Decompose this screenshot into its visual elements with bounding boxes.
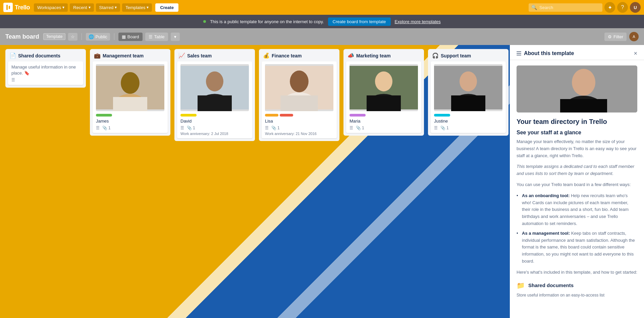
- paperclip-icon-l: 📎: [271, 126, 276, 130]
- workspaces-label: Workspaces: [37, 5, 61, 10]
- more-views-button[interactable]: ▾: [171, 33, 180, 41]
- card-image-david: [180, 64, 249, 111]
- card-name-justine: Justine: [434, 119, 502, 124]
- svg-point-17: [460, 72, 477, 91]
- lines-icon-j: ☰: [434, 126, 438, 130]
- list-header-marketing: 📣 Marketing team: [343, 49, 424, 61]
- list-marketing-team: 📣 Marketing team: [343, 49, 424, 136]
- lisa-attach: 📎 1: [271, 126, 280, 130]
- david-desc-icon: ☰: [180, 126, 184, 130]
- folder-icon: 📁: [517, 281, 525, 289]
- starred-label: Starred: [99, 5, 114, 10]
- lines-icon-d: ☰: [180, 126, 184, 130]
- table-view-label: Table: [154, 34, 165, 39]
- svg-rect-15: [367, 95, 401, 111]
- list-title-finance: Finance team: [272, 53, 302, 58]
- list-management-team: 💼 Management team: [90, 49, 170, 136]
- list-header-support: 🎧 Support team: [428, 49, 508, 61]
- panel-template-item: 📁 Shared documents: [517, 281, 637, 289]
- star-button[interactable]: ☆: [68, 33, 77, 41]
- management-bold: As a management tool:: [522, 231, 570, 236]
- panel-description: Manage your team effectively, no matter …: [517, 138, 637, 159]
- card-labels-james: [96, 114, 164, 117]
- panel-title: About this template: [524, 50, 574, 56]
- visibility-icon: 🌐: [89, 34, 94, 39]
- filter-label: Filter: [613, 34, 623, 39]
- recent-chevron: ▾: [89, 5, 91, 10]
- board-title: Team board: [5, 33, 39, 40]
- board-body: 📄 Shared documents Manage useful informa…: [0, 45, 644, 318]
- help-icon: ?: [621, 4, 624, 10]
- card-lines-icon: ☰: [11, 78, 15, 82]
- finance-icon: 💰: [263, 52, 270, 59]
- help-button[interactable]: ?: [617, 2, 628, 13]
- list-cards-management: James ☰ 📎 1: [90, 61, 170, 136]
- banner-create-button[interactable]: Create board from template: [328, 17, 391, 26]
- lines-icon: ☰: [96, 126, 100, 130]
- card-shared-manage[interactable]: Manage useful information in one place. …: [8, 61, 83, 85]
- person-photo-james: [96, 64, 164, 111]
- starred-chevron: ▾: [115, 5, 117, 10]
- list-cards-marketing: Maria ☰ 📎 1: [343, 61, 424, 136]
- marketing-icon: 📣: [347, 52, 354, 59]
- logo-bar-left: [6, 5, 8, 10]
- card-maria[interactable]: Maria ☰ 📎 1: [346, 61, 421, 133]
- board-view-label: Board: [127, 34, 139, 39]
- list-title-shared: Shared documents: [18, 53, 60, 58]
- nav-logo[interactable]: Trello: [3, 3, 30, 12]
- user-avatar[interactable]: U: [630, 2, 641, 13]
- list-header-finance: 💰 Finance team: [259, 49, 339, 61]
- lines-icon-l: ☰: [265, 126, 269, 130]
- list-title-sales: Sales team: [187, 53, 212, 58]
- list-support-team: 🎧 Support team: [428, 49, 508, 136]
- list-shared-documents: 📄 Shared documents Manage useful informa…: [5, 49, 86, 88]
- trello-logo-icon: [3, 3, 13, 12]
- search-wrap: 🔍: [529, 3, 602, 12]
- card-name-david: David: [180, 119, 249, 124]
- board-member-avatar[interactable]: A: [629, 32, 639, 41]
- list-header-sales: 📈 Sales team: [174, 49, 255, 61]
- create-button[interactable]: Create: [155, 3, 178, 12]
- star-icon: ☆: [71, 34, 75, 39]
- search-input[interactable]: [529, 3, 602, 12]
- workspaces-button[interactable]: Workspaces ▾: [34, 3, 68, 12]
- panel-bullet-onboarding: As an onboarding tool: Help new recruits…: [517, 192, 637, 227]
- card-labels-david: [180, 114, 249, 117]
- panel-body-intro: You can use your Trello team board in a …: [517, 181, 637, 188]
- top-nav: Trello Workspaces ▾ Recent ▾ Starred ▾ T…: [0, 0, 644, 15]
- templates-label: Templates: [125, 5, 145, 10]
- logo-bar-right: [9, 6, 10, 9]
- label-red: [280, 114, 293, 117]
- label-green: [96, 114, 112, 117]
- starred-button[interactable]: Starred ▾: [96, 3, 120, 12]
- panel-header: About this template ×: [510, 45, 644, 60]
- info-button[interactable]: ✦: [604, 2, 615, 13]
- hamburger-icon: [517, 51, 521, 55]
- management-icon: 💼: [94, 52, 101, 59]
- list-title-management: Management team: [103, 53, 144, 58]
- card-james[interactable]: James ☰ 📎 1: [93, 61, 168, 133]
- card-meta-david: ☰ 📎 1: [180, 126, 249, 130]
- svg-point-9: [290, 71, 309, 92]
- panel-bullet-list: As an onboarding tool: Help new recruits…: [517, 192, 637, 265]
- paperclip-icon: 📎: [102, 126, 107, 130]
- visibility-button[interactable]: 🌐 Public: [86, 33, 110, 41]
- svg-point-1: [121, 72, 140, 94]
- board-view-button[interactable]: ▦ Board: [118, 33, 143, 41]
- justine-attach-count: 1: [446, 126, 449, 130]
- table-view-button[interactable]: ☰ Table: [145, 33, 168, 41]
- card-lisa[interactable]: Lisa ☰ 📎 1 Work anniversary: 21 Nov 2016: [262, 61, 337, 138]
- explore-templates-link[interactable]: Explore more templates: [395, 19, 441, 24]
- card-justine[interactable]: Justine ☰ 📎 1: [431, 61, 506, 133]
- lists-container: 📄 Shared documents Manage useful informa…: [0, 45, 510, 318]
- create-label: Create: [160, 5, 173, 10]
- filter-button[interactable]: ⚙ Filter: [604, 33, 627, 41]
- panel-heading: Your team directory in Trello: [517, 118, 637, 126]
- templates-button[interactable]: Templates ▾: [122, 3, 152, 12]
- panel-close-button[interactable]: ×: [634, 50, 637, 56]
- card-david[interactable]: David ☰ 📎 1 Work anniversary: 2 Jul 2018: [177, 61, 252, 138]
- recent-button[interactable]: Recent ▾: [70, 3, 94, 12]
- workspaces-chevron: ▾: [62, 5, 64, 10]
- svg-rect-11: [280, 95, 318, 111]
- list-cards-shared: Manage useful information in one place. …: [5, 61, 86, 88]
